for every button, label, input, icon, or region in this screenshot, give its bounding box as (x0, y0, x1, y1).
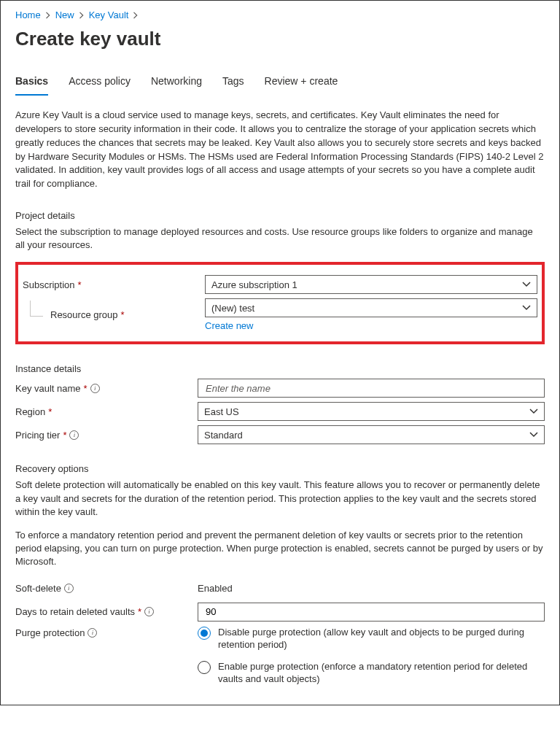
purge-enable-option[interactable]: Enable purge protection (enforce a manda… (198, 660, 545, 686)
pricing-tier-value: Standard (204, 430, 243, 441)
recovery-options-heading: Recovery options (15, 463, 545, 474)
required-mark: * (63, 430, 66, 441)
required-mark: * (138, 606, 141, 617)
project-details-highlight: Subscription * Azure subscription 1 Reso… (15, 262, 545, 344)
tab-review-create[interactable]: Review + create (265, 71, 338, 96)
info-icon[interactable]: i (144, 607, 154, 616)
subscription-value: Azure subscription 1 (211, 279, 298, 290)
region-label: Region * (15, 406, 198, 417)
breadcrumb: Home New Key Vault (15, 8, 545, 25)
region-value: East US (204, 406, 239, 417)
radio-icon (198, 661, 211, 674)
intro-description: Azure Key Vault is a cloud service used … (15, 109, 545, 191)
required-mark: * (121, 309, 125, 320)
info-icon[interactable]: i (64, 584, 74, 593)
tab-networking[interactable]: Networking (151, 71, 202, 96)
required-mark: * (84, 383, 88, 394)
required-mark: * (48, 406, 52, 417)
info-icon[interactable]: i (69, 430, 79, 440)
purge-enable-label: Enable purge protection (enforce a manda… (218, 660, 545, 686)
region-select[interactable]: East US (198, 402, 545, 421)
purge-disable-option[interactable]: Disable purge protection (allow key vaul… (198, 626, 545, 651)
chevron-down-icon (529, 409, 538, 414)
purge-protection-radio-group: Disable purge protection (allow key vaul… (198, 626, 545, 686)
subscription-label: Subscription * (23, 279, 205, 290)
tab-tags[interactable]: Tags (222, 71, 244, 96)
tabs: Basics Access policy Networking Tags Rev… (15, 71, 545, 96)
subscription-select[interactable]: Azure subscription 1 (205, 275, 537, 294)
chevron-right-icon (133, 12, 139, 19)
resource-group-select[interactable]: (New) test (205, 298, 537, 317)
recovery-desc-2: To enforce a mandatory retention period … (15, 529, 545, 569)
breadcrumb-item-new[interactable]: New (55, 9, 74, 20)
recovery-desc-1: Soft delete protection will automaticall… (15, 479, 545, 519)
soft-delete-label: Soft-delete i (15, 583, 198, 594)
key-vault-name-input-wrapper (198, 379, 545, 398)
create-new-link[interactable]: Create new (205, 320, 253, 331)
project-details-heading: Project details (15, 210, 545, 221)
instance-details-heading: Instance details (15, 363, 545, 374)
breadcrumb-item-home[interactable]: Home (15, 9, 41, 20)
page-title: Create key vault (15, 28, 545, 50)
tree-connector-icon (30, 301, 43, 317)
info-icon[interactable]: i (90, 384, 100, 393)
chevron-right-icon (79, 12, 85, 19)
retention-days-input[interactable] (204, 605, 538, 618)
chevron-down-icon (522, 282, 531, 287)
chevron-right-icon (45, 12, 51, 19)
tab-basics[interactable]: Basics (15, 71, 48, 96)
key-vault-name-label: Key vault name * i (15, 383, 198, 394)
resource-group-value: (New) test (211, 303, 254, 314)
key-vault-name-input[interactable] (204, 382, 538, 395)
project-details-desc: Select the subscription to manage deploy… (15, 225, 545, 252)
radio-icon (198, 627, 211, 640)
purge-protection-label: Purge protection i (15, 626, 198, 638)
breadcrumb-item-keyvault[interactable]: Key Vault (89, 9, 129, 20)
chevron-down-icon (529, 432, 538, 438)
purge-disable-label: Disable purge protection (allow key vaul… (218, 626, 545, 651)
required-mark: * (78, 279, 82, 290)
retention-days-label: Days to retain deleted vaults * i (15, 606, 198, 617)
tab-access-policy[interactable]: Access policy (69, 71, 131, 96)
info-icon[interactable]: i (88, 628, 97, 638)
retention-days-input-wrapper (198, 603, 545, 622)
chevron-down-icon (522, 305, 531, 311)
pricing-tier-label: Pricing tier * i (15, 430, 198, 441)
pricing-tier-select[interactable]: Standard (198, 425, 545, 444)
resource-group-label: Resource group * (23, 309, 205, 320)
soft-delete-value: Enabled (198, 583, 233, 594)
